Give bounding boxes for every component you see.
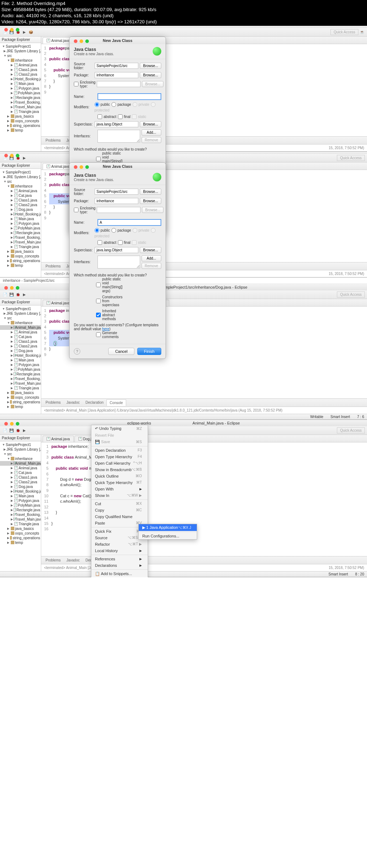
file-node[interactable]: ▶Class2.java	[0, 72, 41, 77]
package-node[interactable]: ▼inheritance	[0, 456, 41, 461]
cancel-button[interactable]: Cancel	[108, 348, 134, 355]
file-node[interactable]: ▶Travel_Booking.java	[0, 100, 41, 105]
code-editor[interactable]: 12345678910111213141516 package inherita…	[41, 442, 367, 533]
package-node[interactable]: ▼inheritance	[0, 321, 41, 325]
run-icon[interactable]: ▶	[22, 29, 27, 35]
editor-tab[interactable]: Animal.java	[43, 436, 74, 442]
minimize-icon[interactable]	[10, 286, 14, 290]
public-radio[interactable]	[95, 228, 99, 233]
package-node[interactable]: ▼inheritance	[0, 58, 41, 63]
submenu-java-application[interactable]: ▶ 1 Java Application⌥⌘X J	[139, 524, 197, 531]
file-node[interactable]: ▶Rectangle.java	[0, 372, 41, 376]
file-node[interactable]: ▶Triangle.java	[0, 109, 41, 114]
source-folder-input[interactable]	[95, 63, 138, 69]
debug-icon[interactable]: 🐞	[15, 427, 21, 433]
package-input[interactable]	[95, 198, 138, 204]
minimize-icon[interactable]	[10, 154, 14, 157]
maximize-icon[interactable]	[85, 39, 89, 43]
package-node[interactable]: ▶string_operations	[0, 258, 41, 263]
menu-undo[interactable]: ↶ Undo Typing⌘Z	[91, 425, 148, 432]
menu-quick-type-hierarchy[interactable]: Quick Type Hierarchy⌘T	[91, 479, 148, 486]
main-stub-checkbox[interactable]	[96, 157, 101, 161]
menu-references[interactable]: References▶	[91, 556, 148, 562]
close-icon[interactable]	[4, 286, 8, 290]
package-node[interactable]: ▶java_basics	[0, 390, 41, 395]
menu-quick-outline[interactable]: Quick Outline⌘O	[91, 473, 148, 479]
project-node[interactable]: ▼SampleProject1	[0, 442, 41, 447]
file-node[interactable]: ▶Animal.java	[0, 63, 41, 67]
quick-access-input[interactable]: Quick Access	[337, 291, 365, 298]
file-node[interactable]: ▶Class2.java	[0, 480, 41, 484]
file-node[interactable]: ▶Class2.java	[0, 344, 41, 348]
menu-show-breadcrumb[interactable]: Show in Breadcrumb⌥⌘B	[91, 466, 148, 473]
close-icon[interactable]	[4, 422, 8, 426]
package-node[interactable]: ▶temp	[0, 404, 41, 409]
file-node[interactable]: ▶Cat.java	[0, 193, 41, 198]
package-radio[interactable]	[111, 228, 116, 233]
minimize-icon[interactable]	[80, 39, 83, 43]
abstract-checkbox[interactable]	[97, 114, 102, 119]
file-node[interactable]: ▶Class1.java	[0, 339, 41, 344]
file-node[interactable]: ▶Travel_Booking.java	[0, 512, 41, 517]
file-node[interactable]: ▶Animal_Main.java	[0, 461, 41, 466]
enclosing-checkbox[interactable]	[74, 208, 78, 212]
package-node[interactable]: ▶temp	[0, 540, 41, 545]
package-node[interactable]: ▶oops_concepts	[0, 531, 41, 536]
maximize-icon[interactable]	[16, 286, 19, 290]
file-node[interactable]: ▶Dog.java	[0, 348, 41, 353]
file-node[interactable]: ▶Travel_Main.java	[0, 381, 41, 386]
src-node[interactable]: ▼src	[0, 179, 41, 184]
quick-access-input[interactable]: Quick Access	[337, 155, 365, 161]
superclass-input[interactable]	[95, 121, 138, 127]
javadoc-tab[interactable]: Javadoc	[63, 557, 82, 563]
maximize-icon[interactable]	[16, 154, 19, 157]
problems-tab[interactable]: Problems	[43, 137, 63, 143]
file-node[interactable]: ▶Dog.java	[0, 207, 41, 212]
file-node[interactable]: ▶Polygon.java	[0, 498, 41, 503]
browse-button[interactable]: Browse...	[140, 121, 161, 127]
package-node[interactable]: ▶java_basics	[0, 114, 41, 119]
src-node[interactable]: ▼src	[0, 316, 41, 321]
package-icon[interactable]: 📦	[28, 29, 34, 35]
file-node[interactable]: ▶Travel_Main.java	[0, 517, 41, 522]
file-node[interactable]: ▶Hotel_Booking.java	[0, 489, 41, 494]
run-icon[interactable]: ▶	[22, 427, 27, 433]
submenu-run-configurations[interactable]: Run Configurations...	[139, 533, 197, 539]
file-node[interactable]: ▶PolyMain.java	[0, 367, 41, 372]
file-node[interactable]: ▶Animal.java	[0, 466, 41, 470]
file-node[interactable]: ▶Rectangle.java	[0, 231, 41, 235]
minimize-icon[interactable]	[80, 165, 83, 169]
package-node[interactable]: ▶java_basics	[0, 249, 41, 254]
declaration-tab[interactable]: Declaration	[83, 399, 107, 406]
quick-access-input[interactable]: Quick Access	[337, 427, 365, 433]
final-checkbox[interactable]	[118, 240, 123, 245]
package-node[interactable]: ▶oops_concepts	[0, 254, 41, 258]
file-node[interactable]: ▶Rectangle.java	[0, 508, 41, 512]
menu-open-declaration[interactable]: Open DeclarationF3	[91, 447, 148, 454]
file-node[interactable]: ▶Triangle.java	[0, 522, 41, 526]
file-node[interactable]: ▶Travel_Main.java	[0, 240, 41, 245]
menu-open-call-hierarchy[interactable]: Open Call Hierarchy^⌥H	[91, 460, 148, 466]
browse-button[interactable]: Browse...	[140, 63, 161, 69]
file-node[interactable]: ▶Hotel_Booking.java	[0, 353, 41, 358]
name-input[interactable]	[97, 93, 161, 100]
package-node[interactable]: ▶oops_concepts	[0, 119, 41, 123]
maximize-icon[interactable]	[16, 422, 19, 426]
minimize-icon[interactable]	[10, 28, 14, 32]
file-node[interactable]: ▶Cat.java	[0, 470, 41, 475]
jre-node[interactable]: ▶JRE System Library [JavaSE-1.8	[0, 447, 41, 452]
file-node[interactable]: ▶Main.java	[0, 358, 41, 362]
file-node[interactable]: ▶Dog.java	[0, 484, 41, 489]
package-node[interactable]: ▶temp	[0, 263, 41, 268]
main-stub-checkbox[interactable]	[96, 283, 101, 287]
add-button[interactable]: Add...	[142, 255, 161, 261]
console-tab[interactable]: Console	[106, 399, 126, 406]
file-node[interactable]: ▶PolyMain.java	[0, 503, 41, 508]
browse-button[interactable]: Browse...	[140, 198, 161, 204]
src-node[interactable]: ▼src	[0, 452, 41, 456]
new-icon[interactable]: 📄	[2, 427, 8, 433]
file-node[interactable]: ▶Polygon.java	[0, 362, 41, 367]
file-node[interactable]: ▶Polygon.java	[0, 86, 41, 91]
problems-tab[interactable]: Problems	[43, 557, 63, 563]
file-node[interactable]: ▶Class2.java	[0, 203, 41, 207]
